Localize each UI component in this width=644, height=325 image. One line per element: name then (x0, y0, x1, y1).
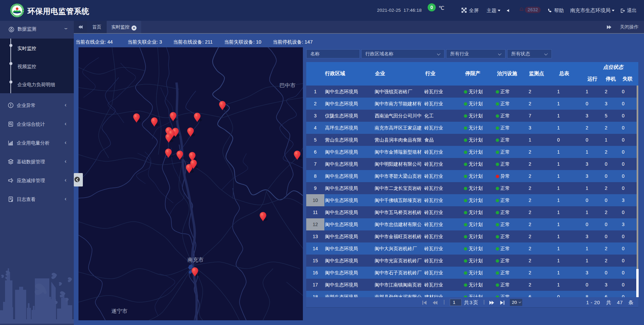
svg-text:南充市: 南充市 (187, 257, 204, 263)
svg-text:巴中市: 巴中市 (279, 83, 296, 88)
svg-text:遂宁市: 遂宁市 (111, 308, 127, 314)
